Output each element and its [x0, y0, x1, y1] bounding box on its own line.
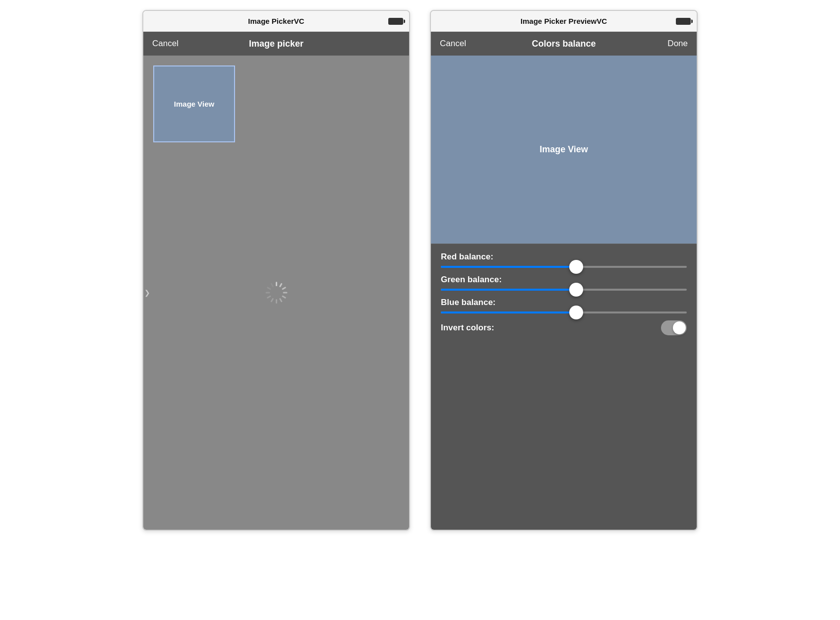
red-balance-control: Red balance:: [441, 252, 687, 268]
left-cancel-button[interactable]: Cancel: [152, 39, 179, 49]
left-nav-bar: Cancel Image picker: [143, 32, 409, 56]
right-cancel-button[interactable]: Cancel: [440, 39, 466, 49]
green-balance-track-fill: [441, 289, 576, 291]
right-nav-bar: Cancel Colors balance Done: [431, 32, 697, 56]
right-nav-title: Colors balance: [532, 39, 596, 49]
blue-balance-control: Blue balance:: [441, 298, 687, 313]
blue-balance-slider-container: [441, 311, 687, 313]
left-nav-title: Image picker: [249, 39, 303, 49]
red-balance-label: Red balance:: [441, 252, 687, 262]
red-balance-thumb[interactable]: [569, 260, 583, 274]
green-balance-label: Green balance:: [441, 275, 687, 285]
battery-icon-left: [388, 18, 403, 25]
image-view-label-left: Image View: [174, 100, 214, 108]
left-window-title: Image PickerVC: [248, 17, 304, 25]
red-balance-track[interactable]: [441, 266, 687, 268]
left-phone: Image PickerVC Cancel Image picker ❯ Ima…: [142, 10, 410, 531]
battery-icon-right: [676, 18, 691, 25]
right-window-title: Image Picker PreviewVC: [521, 17, 607, 25]
red-balance-slider-container: [441, 266, 687, 268]
blue-balance-label: Blue balance:: [441, 298, 687, 308]
right-done-button[interactable]: Done: [667, 39, 688, 49]
sidebar-arrow: ❯: [143, 289, 150, 297]
left-title-bar: Image PickerVC: [143, 11, 409, 32]
green-balance-slider-container: [441, 289, 687, 291]
right-phone: Image Picker PreviewVC Cancel Colors bal…: [430, 10, 698, 531]
left-phone-content: ❯ Image View: [143, 56, 409, 530]
invert-colors-toggle[interactable]: [661, 320, 687, 335]
right-title-bar: Image Picker PreviewVC: [431, 11, 697, 32]
red-balance-track-fill: [441, 266, 576, 268]
image-view-label-right: Image View: [540, 144, 588, 155]
blue-balance-track-fill: [441, 311, 576, 313]
blue-balance-track[interactable]: [441, 311, 687, 313]
green-balance-control: Green balance:: [441, 275, 687, 291]
controls-area: Red balance: Green balance:: [431, 244, 697, 530]
invert-colors-label: Invert colors:: [441, 323, 494, 333]
loading-spinner: [265, 282, 287, 304]
invert-colors-thumb: [673, 321, 686, 334]
image-preview-area: Image View: [431, 56, 697, 244]
invert-colors-row: Invert colors:: [441, 320, 687, 335]
image-view-box-left[interactable]: Image View: [153, 65, 235, 142]
blue-balance-thumb[interactable]: [569, 306, 583, 319]
green-balance-track[interactable]: [441, 289, 687, 291]
green-balance-thumb[interactable]: [569, 283, 583, 297]
